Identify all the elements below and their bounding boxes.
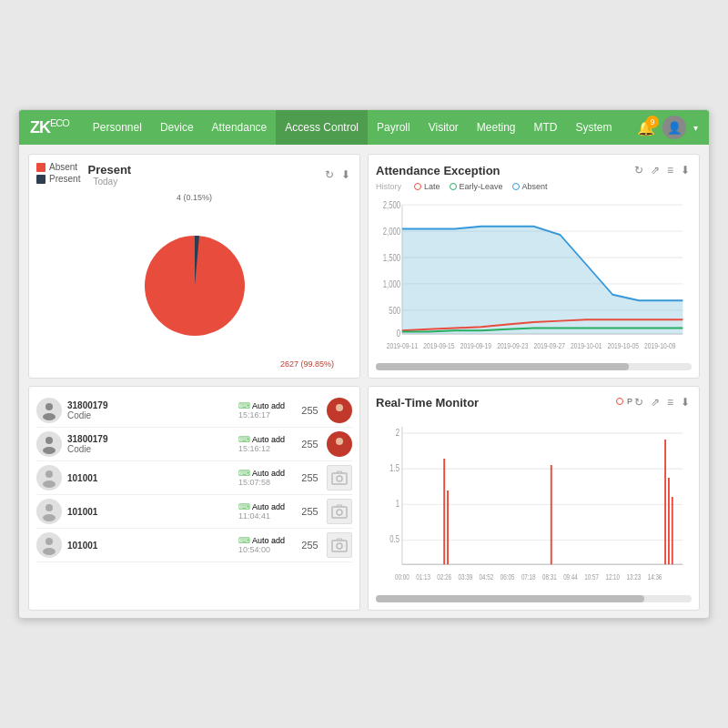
att-share-btn[interactable]: ⇗ xyxy=(649,162,662,178)
activity-avatar xyxy=(36,431,62,457)
svg-text:12:10: 12:10 xyxy=(605,572,620,581)
svg-point-29 xyxy=(46,470,53,478)
attendance-header: Attendance Exception ↻ ⇗ ≡ ⬇ xyxy=(376,162,692,178)
person-icon xyxy=(38,399,60,421)
svg-text:2019-09-19: 2019-09-19 xyxy=(460,341,492,350)
svg-point-33 xyxy=(46,504,53,511)
svg-text:2019-09-27: 2019-09-27 xyxy=(534,341,566,350)
activity-info: 31800179 Codie xyxy=(67,400,233,420)
pie-container: 4 (0.15%) 2627 (99.85%) xyxy=(36,191,352,370)
svg-point-28 xyxy=(334,448,345,454)
logo-eco: ECO xyxy=(50,117,69,128)
activity-list: 31800179 Codie ⌨ Auto add 15:16:17 255 xyxy=(36,394,352,602)
activity-info: 31800179 Codie xyxy=(67,434,233,454)
absent-legend: Absent xyxy=(512,182,548,191)
user-photo xyxy=(329,434,349,454)
svg-text:2019-10-05: 2019-10-05 xyxy=(608,341,640,350)
svg-text:09:44: 09:44 xyxy=(563,572,578,581)
svg-point-21 xyxy=(46,403,53,410)
nav-visitor[interactable]: Visitor xyxy=(420,110,468,145)
nav-mtd[interactable]: MTD xyxy=(525,110,567,145)
early-leave-legend: Early-Leave xyxy=(450,182,503,191)
svg-text:2019-09-11: 2019-09-11 xyxy=(387,341,419,350)
user-dropdown-arrow[interactable]: ▾ xyxy=(693,123,698,133)
nav-right: 🔔 9 👤 ▾ xyxy=(637,116,698,139)
no-photo xyxy=(327,532,352,558)
activity-id: 31800179 xyxy=(67,400,233,410)
absent-label: Absent xyxy=(49,162,77,172)
nav-system[interactable]: System xyxy=(567,110,622,145)
svg-text:2019-09-23: 2019-09-23 xyxy=(497,341,529,350)
absent-exc-label: Absent xyxy=(522,182,548,191)
attendance-scrollbar-thumb[interactable] xyxy=(376,363,629,370)
att-bar-btn[interactable]: ≡ xyxy=(665,162,675,178)
svg-text:0.5: 0.5 xyxy=(389,533,399,545)
att-download-btn[interactable]: ⬇ xyxy=(679,162,692,178)
svg-point-40 xyxy=(337,543,342,549)
keyboard-icon: ⌨ xyxy=(238,435,250,444)
attendance-scrollbar[interactable] xyxy=(376,363,692,370)
nav-attendance[interactable]: Attendance xyxy=(203,110,277,145)
user-photo xyxy=(329,400,349,420)
attendance-chart-svg: 2,500 2,000 1,500 1,000 500 0 xyxy=(376,193,692,360)
svg-point-25 xyxy=(46,437,53,444)
refresh-btn[interactable]: ↻ xyxy=(323,167,336,183)
attendance-title: Attendance Exception xyxy=(376,164,632,177)
event-time: 15:07:58 xyxy=(238,478,270,487)
nav-device[interactable]: Device xyxy=(151,110,203,145)
camera-icon xyxy=(329,501,349,521)
keyboard-icon: ⌨ xyxy=(238,469,250,478)
monitor-scrollbar-thumb[interactable] xyxy=(376,595,644,602)
nav-access-control[interactable]: Access Control xyxy=(276,110,368,145)
svg-text:2019-09-15: 2019-09-15 xyxy=(423,341,455,350)
present-legend-dot xyxy=(36,175,46,184)
nav-payroll[interactable]: Payroll xyxy=(368,110,420,145)
svg-point-23 xyxy=(336,404,343,411)
absent-icon xyxy=(512,183,520,190)
svg-text:14:36: 14:36 xyxy=(648,572,662,581)
present-card: Absent Present Present Today ↻ ⬇ xyxy=(28,154,360,379)
activity-name: Codie xyxy=(67,444,233,454)
notification-bell[interactable]: 🔔 9 xyxy=(637,119,655,136)
no-photo xyxy=(327,499,352,524)
monitor-chart-svg: 2 1.5 1 0.5 00:00 01:13 02:26 03:39 xyxy=(376,414,692,592)
event-col: ⌨ Auto add 11:04:41 xyxy=(238,502,293,521)
mon-download-btn[interactable]: ⬇ xyxy=(679,394,692,410)
list-item: 101001 ⌨ Auto add 15:07:58 255 xyxy=(36,461,352,495)
svg-text:08:31: 08:31 xyxy=(542,572,557,581)
mon-refresh-btn[interactable]: ↻ xyxy=(632,394,645,410)
mon-bar-btn[interactable]: ≡ xyxy=(665,394,675,410)
activity-number: 255 xyxy=(298,405,321,416)
svg-text:13:23: 13:23 xyxy=(627,572,642,581)
early-leave-label: Early-Leave xyxy=(460,182,503,191)
download-btn[interactable]: ⬇ xyxy=(339,167,352,183)
att-refresh-btn[interactable]: ↻ xyxy=(632,162,645,178)
present-card-actions: ↻ ⬇ xyxy=(323,167,352,183)
user-avatar[interactable]: 👤 xyxy=(662,116,686,139)
svg-text:2019-10-01: 2019-10-01 xyxy=(571,341,602,350)
nav-meeting[interactable]: Meeting xyxy=(468,110,525,145)
nav-items: Personnel Device Attendance Access Contr… xyxy=(84,110,637,145)
mon-share-btn[interactable]: ⇗ xyxy=(649,394,662,410)
monitor-scrollbar[interactable] xyxy=(376,595,692,602)
early-leave-icon xyxy=(450,183,457,190)
list-item: 101001 ⌨ Auto add 10:54:00 255 xyxy=(36,529,352,562)
svg-point-27 xyxy=(336,438,343,445)
absent-legend-item: Absent xyxy=(36,162,80,172)
person-icon xyxy=(38,467,60,489)
late-legend: Late xyxy=(414,182,440,191)
activity-avatar xyxy=(36,465,62,490)
attendance-legend: History Late Early-Leave Absent xyxy=(376,182,692,191)
present-subtitle: Today xyxy=(93,177,323,187)
svg-text:2,500: 2,500 xyxy=(383,200,400,210)
event-time: 10:54:00 xyxy=(238,545,270,554)
event-col: ⌨ Auto add 15:07:58 xyxy=(238,469,293,487)
event-text: ⌨ Auto add xyxy=(238,469,285,478)
present-card-header: Absent Present Present Today ↻ ⬇ xyxy=(36,162,352,187)
event-time: 15:16:17 xyxy=(238,410,270,420)
activity-avatar xyxy=(36,532,62,558)
nav-personnel[interactable]: Personnel xyxy=(84,110,151,145)
activity-number: 255 xyxy=(298,472,321,483)
svg-rect-35 xyxy=(332,507,347,518)
activity-id: 101001 xyxy=(67,541,233,551)
